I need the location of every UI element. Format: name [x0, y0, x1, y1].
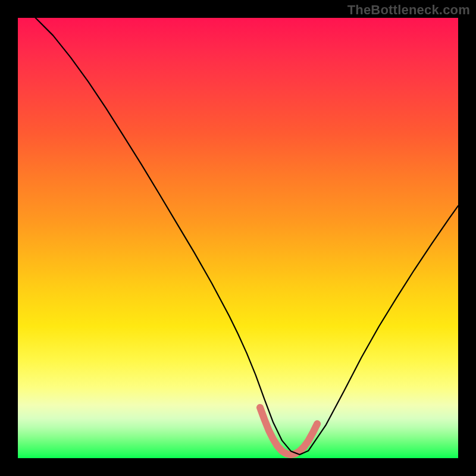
curve-layer	[18, 18, 458, 458]
plot-area	[18, 18, 458, 458]
watermark-text: TheBottleneck.com	[347, 2, 470, 18]
bottleneck-curve	[36, 18, 458, 455]
chart-frame: TheBottleneck.com	[0, 0, 476, 476]
